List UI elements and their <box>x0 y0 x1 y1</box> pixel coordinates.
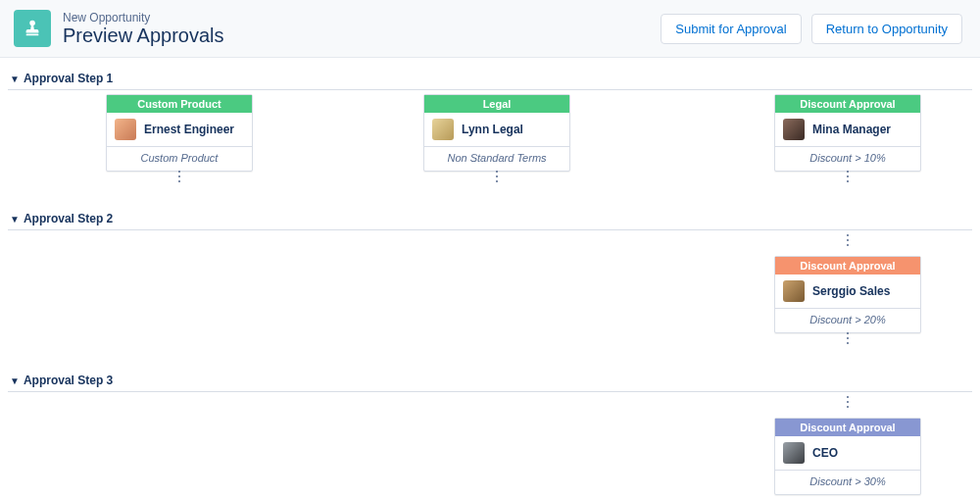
approval-rule: Non Standard Terms <box>424 147 569 171</box>
chevron-down-icon: ▼ <box>10 214 20 225</box>
approver-name: Lynn Legal <box>462 123 523 136</box>
approval-rule: Discount > 20% <box>775 309 920 332</box>
step-3-body: Discount Approval CEO Discount > 30% <box>8 392 972 499</box>
submit-for-approval-button[interactable]: Submit for Approval <box>661 14 801 44</box>
step-label: Approval Step 2 <box>24 212 113 225</box>
svg-rect-0 <box>26 34 39 36</box>
approval-rule: Custom Product <box>107 147 252 171</box>
connector-dots-icon <box>178 171 180 182</box>
approver-name: Serggio Sales <box>812 284 890 298</box>
step-label: Approval Step 3 <box>24 374 113 387</box>
card-title: Discount Approval <box>775 95 920 113</box>
chevron-down-icon: ▼ <box>10 74 20 84</box>
card-title: Custom Product <box>107 95 252 113</box>
step-1-body: Custom Product Ernest Engineer Custom Pr… <box>8 90 972 206</box>
avatar <box>783 119 805 140</box>
approval-steps: ▼ Approval Step 1 Custom Product Ernest … <box>0 58 980 499</box>
approver-name: CEO <box>812 446 838 460</box>
avatar <box>783 280 805 302</box>
header-left: New Opportunity Preview Approvals <box>14 10 224 47</box>
approver-name: Ernest Engineer <box>144 123 234 136</box>
card-title: Legal <box>424 95 569 113</box>
return-to-opportunity-button[interactable]: Return to Opportunity <box>811 14 962 44</box>
header-actions: Submit for Approval Return to Opportunit… <box>661 14 962 44</box>
approval-card: Legal Lynn Legal Non Standard Terms <box>423 94 570 172</box>
step-2-header[interactable]: ▼ Approval Step 2 <box>8 206 972 230</box>
approval-stamp-icon <box>14 10 51 47</box>
connector-dots-icon <box>847 234 849 246</box>
step-label: Approval Step 1 <box>24 72 113 85</box>
approval-card: Discount Approval Serggio Sales Discount… <box>774 234 921 333</box>
avatar <box>783 442 805 464</box>
approval-rule: Discount > 10% <box>775 147 920 171</box>
page-title: Preview Approvals <box>63 25 224 46</box>
page-header: New Opportunity Preview Approvals Submit… <box>0 0 980 58</box>
title-block: New Opportunity Preview Approvals <box>63 11 224 46</box>
connector-dots-icon <box>847 171 849 182</box>
approval-rule: Discount > 30% <box>775 471 920 494</box>
breadcrumb: New Opportunity <box>63 11 224 25</box>
approval-card: Discount Approval CEO Discount > 30% <box>774 396 921 495</box>
avatar <box>115 119 136 140</box>
approval-card: Discount Approval Mina Manager Discount … <box>774 94 921 172</box>
card-title: Discount Approval <box>775 257 920 274</box>
card-title: Discount Approval <box>775 419 920 436</box>
approver-name: Mina Manager <box>812 123 891 136</box>
chevron-down-icon: ▼ <box>10 375 20 386</box>
avatar <box>432 119 454 140</box>
connector-dots-icon <box>496 171 498 182</box>
step-3-header[interactable]: ▼ Approval Step 3 <box>8 368 972 392</box>
connector-dots-icon <box>847 396 849 408</box>
step-2-body: Discount Approval Serggio Sales Discount… <box>8 230 972 368</box>
approval-card: Custom Product Ernest Engineer Custom Pr… <box>106 94 253 172</box>
connector-dots-icon <box>847 332 849 344</box>
step-1-header[interactable]: ▼ Approval Step 1 <box>8 66 972 90</box>
